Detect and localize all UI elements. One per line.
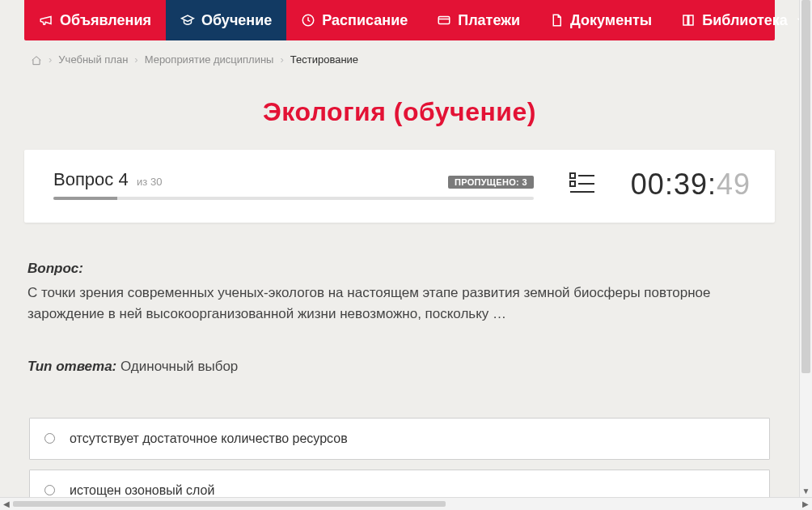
breadcrumb-current: Тестирование — [290, 53, 358, 66]
question-number: Вопрос 4 — [53, 169, 129, 189]
nav-documents[interactable]: Документы — [535, 0, 666, 40]
nav-announcements[interactable]: Объявления — [24, 0, 166, 40]
nav-learning[interactable]: Обучение — [166, 0, 286, 40]
nav-payments[interactable]: Платежи — [422, 0, 535, 40]
scrollbar-thumb[interactable] — [801, 0, 810, 373]
svg-rect-1 — [438, 17, 450, 24]
svg-rect-4 — [570, 181, 575, 186]
chevron-right-icon: › — [134, 53, 137, 66]
document-icon — [549, 13, 564, 28]
status-card: Вопрос 4 из 30 ПРОПУЩЕНО: 3 00:39:49 — [24, 150, 775, 223]
skipped-badge: ПРОПУЩЕНО: 3 — [448, 176, 534, 189]
list-icon — [569, 171, 596, 198]
breadcrumb: › Учебный план › Мероприятие дисциплины … — [24, 40, 775, 73]
options-list: отсутствует достаточное количество ресур… — [24, 418, 775, 497]
book-icon — [681, 13, 696, 28]
card-icon — [437, 13, 451, 28]
question-of: из 30 — [137, 176, 162, 188]
question-block: Вопрос: С точки зрения современных учены… — [24, 223, 775, 377]
svg-rect-2 — [570, 173, 575, 178]
timer-mm: 39 — [674, 168, 708, 201]
top-nav: Объявления Обучение Расписание Платежи Д… — [24, 0, 775, 40]
timer: 00:39:49 — [631, 168, 751, 202]
option-text: истощен озоновый слой — [70, 483, 214, 497]
nav-library[interactable]: Библиотека — [666, 0, 812, 40]
nav-label: Расписание — [322, 12, 408, 29]
radio-icon — [44, 485, 55, 495]
breadcrumb-home[interactable] — [31, 53, 42, 66]
nav-label: Обучение — [201, 12, 272, 29]
answer-type-label: Тип ответа: — [27, 359, 116, 374]
timer-ss: 49 — [717, 168, 751, 201]
chevron-right-icon: › — [49, 53, 52, 66]
radio-icon — [44, 433, 55, 444]
timer-hh: 00 — [631, 168, 665, 201]
nav-label: Платежи — [458, 12, 520, 29]
question-label: Вопрос: — [27, 261, 83, 276]
option-text: отсутствует достаточное количество ресур… — [70, 431, 348, 446]
breadcrumb-item[interactable]: Учебный план — [58, 53, 128, 66]
option-item[interactable]: отсутствует достаточное количество ресур… — [29, 418, 770, 460]
option-item[interactable]: истощен озоновый слой — [29, 470, 770, 497]
clock-icon — [301, 13, 315, 28]
progress-bar — [53, 197, 534, 200]
nav-label: Документы — [570, 12, 652, 29]
question-text: С точки зрения современных ученых-эколог… — [27, 283, 772, 325]
scroll-down-icon[interactable]: ▼ — [800, 484, 812, 497]
question-list-button[interactable] — [534, 171, 631, 198]
scroll-right-icon[interactable]: ▶ — [799, 498, 812, 510]
vertical-scrollbar[interactable]: ▲ ▼ — [799, 0, 812, 497]
scroll-left-icon[interactable]: ◀ — [0, 498, 13, 510]
chevron-right-icon: › — [280, 53, 283, 66]
breadcrumb-item[interactable]: Мероприятие дисциплины — [145, 53, 274, 66]
home-icon — [31, 53, 42, 66]
scrollbar-thumb[interactable] — [13, 501, 446, 507]
page-title: Экология (обучение) — [24, 73, 775, 150]
nav-schedule[interactable]: Расписание — [286, 0, 422, 40]
nav-label: Объявления — [60, 12, 151, 29]
graduation-cap-icon — [180, 13, 195, 28]
nav-label: Библиотека — [702, 12, 788, 29]
answer-type-value: Одиночный выбор — [121, 359, 238, 374]
horizontal-scrollbar[interactable]: ◀ ▶ — [0, 497, 812, 510]
megaphone-icon — [39, 13, 53, 28]
